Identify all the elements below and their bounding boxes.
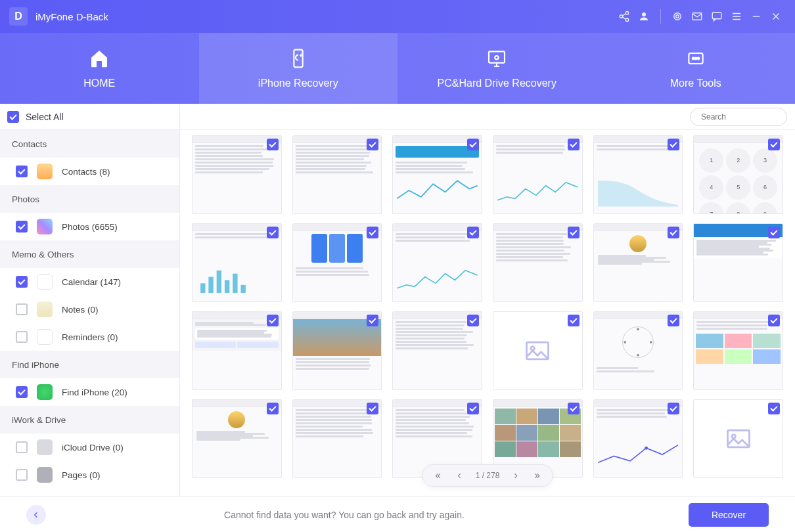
sidebar-item[interactable]: Find iPhone (20) <box>0 378 179 406</box>
thumbnail-checkbox[interactable] <box>367 403 378 414</box>
thumbnail-checkbox[interactable] <box>367 139 378 150</box>
thumbnail-checkbox[interactable] <box>768 315 780 326</box>
photo-thumbnail[interactable] <box>192 135 282 214</box>
thumbnail-checkbox[interactable] <box>467 227 479 238</box>
share-icon[interactable] <box>614 7 634 26</box>
photo-thumbnail[interactable] <box>593 399 683 478</box>
sidebar-item[interactable]: Reminders (0) <box>0 323 179 351</box>
photo-thumbnail[interactable] <box>392 223 482 302</box>
category-header: Memo & Others <box>0 240 179 268</box>
thumbnail-checkbox[interactable] <box>367 227 378 238</box>
pager-next[interactable] <box>507 467 524 484</box>
svg-point-2 <box>625 18 629 22</box>
pager-first[interactable] <box>430 467 447 484</box>
tab-iphone-recovery[interactable]: iPhone Recovery <box>199 33 398 104</box>
svg-point-1 <box>620 15 623 18</box>
thumbnail-checkbox[interactable] <box>267 227 279 238</box>
photo-thumbnail[interactable] <box>292 311 382 390</box>
main-area: 1234567890 1 / 278 <box>180 104 795 497</box>
sidebar-item[interactable]: Photos (6655) <box>0 213 179 240</box>
recover-button[interactable]: Recover <box>689 503 769 527</box>
item-checkbox[interactable] <box>16 386 28 398</box>
photo-thumbnail[interactable] <box>192 223 282 302</box>
mail-icon[interactable] <box>687 7 707 26</box>
title-bar: D iMyFone D-Back <box>0 0 795 33</box>
item-checkbox[interactable] <box>16 441 28 453</box>
photo-thumbnail[interactable] <box>593 135 683 214</box>
thumbnail-checkbox[interactable] <box>467 403 479 414</box>
thumbnail-checkbox[interactable] <box>668 227 679 238</box>
item-label: Pages (0) <box>62 470 101 480</box>
sidebar-item[interactable]: Contacts (8) <box>0 158 179 185</box>
thumbnail-checkbox[interactable] <box>568 227 579 238</box>
search-input[interactable] <box>701 112 795 122</box>
photo-thumbnail[interactable] <box>493 135 583 214</box>
thumbnail-checkbox[interactable] <box>267 315 279 326</box>
thumbnail-checkbox[interactable] <box>768 403 780 414</box>
svg-point-3 <box>642 12 646 16</box>
svg-point-26 <box>650 341 652 344</box>
select-all-row[interactable]: Select All <box>0 104 179 130</box>
photo-thumbnail[interactable] <box>192 311 282 390</box>
minimize-icon[interactable] <box>746 7 766 26</box>
footer-hint: Cannot find data you want? You can go ba… <box>13 510 675 520</box>
photo-thumbnail[interactable] <box>693 311 783 390</box>
item-label: Contacts (8) <box>62 167 110 177</box>
svg-rect-21 <box>240 285 245 293</box>
photo-thumbnail[interactable] <box>493 311 583 390</box>
svg-point-5 <box>676 15 679 18</box>
thumbnail-checkbox[interactable] <box>768 227 780 238</box>
thumbnail-checkbox[interactable] <box>267 139 279 150</box>
item-checkbox[interactable] <box>16 469 28 481</box>
thumbnail-checkbox[interactable] <box>467 139 479 150</box>
thumbnail-checkbox[interactable] <box>668 315 679 326</box>
user-icon[interactable] <box>634 7 654 26</box>
search-box[interactable] <box>690 108 787 126</box>
tab-home[interactable]: HOME <box>0 33 199 104</box>
item-checkbox[interactable] <box>16 221 28 233</box>
photo-thumbnail[interactable]: 1234567890 <box>693 135 783 214</box>
tab-pc-recovery[interactable]: PC&Hard Drive Recovery <box>398 33 597 104</box>
app-name: iMyFone D-Back <box>35 11 108 22</box>
photo-thumbnail[interactable] <box>593 311 683 390</box>
photo-thumbnail[interactable] <box>493 223 583 302</box>
dots-icon <box>685 47 707 70</box>
thumbnail-checkbox[interactable] <box>568 315 579 326</box>
sidebar-item[interactable]: 20Calendar (147) <box>0 268 179 296</box>
chat-icon[interactable] <box>707 7 727 26</box>
toolbar <box>180 104 795 130</box>
sidebar-item[interactable]: Notes (0) <box>0 296 179 323</box>
photo-thumbnail[interactable] <box>192 399 282 478</box>
photo-thumbnail[interactable] <box>392 311 482 390</box>
photo-thumbnail[interactable] <box>392 135 482 214</box>
item-checkbox[interactable] <box>16 331 28 343</box>
sidebar-item[interactable]: iCloud Drive (0) <box>0 433 179 461</box>
photo-thumbnail[interactable] <box>693 223 783 302</box>
thumbnail-checkbox[interactable] <box>568 403 579 414</box>
thumbnail-checkbox[interactable] <box>267 403 279 414</box>
photo-thumbnail[interactable] <box>292 223 382 302</box>
photo-thumbnail[interactable] <box>593 223 683 302</box>
pager-last[interactable] <box>528 467 545 484</box>
thumbnail-checkbox[interactable] <box>467 315 479 326</box>
item-checkbox[interactable] <box>16 166 28 177</box>
thumbnail-checkbox[interactable] <box>568 139 579 150</box>
photo-thumbnail[interactable] <box>292 135 382 214</box>
select-all-label: Select All <box>26 112 64 122</box>
photo-thumbnail[interactable] <box>693 399 783 478</box>
settings-icon[interactable] <box>668 7 687 26</box>
tab-label: PC&Hard Drive Recovery <box>438 78 556 89</box>
close-icon[interactable] <box>766 7 786 26</box>
pager-prev[interactable] <box>451 467 468 484</box>
item-checkbox[interactable] <box>16 276 28 288</box>
photo-thumbnail[interactable] <box>292 399 382 478</box>
tab-more-tools[interactable]: More Tools <box>597 33 796 104</box>
thumbnail-checkbox[interactable] <box>668 139 679 150</box>
select-all-checkbox[interactable] <box>7 111 19 123</box>
thumbnail-checkbox[interactable] <box>768 139 780 150</box>
thumbnail-checkbox[interactable] <box>668 403 679 414</box>
sidebar-item[interactable]: Pages (0) <box>0 461 179 489</box>
menu-icon[interactable] <box>727 7 746 26</box>
thumbnail-checkbox[interactable] <box>367 315 378 326</box>
item-checkbox[interactable] <box>16 303 28 315</box>
